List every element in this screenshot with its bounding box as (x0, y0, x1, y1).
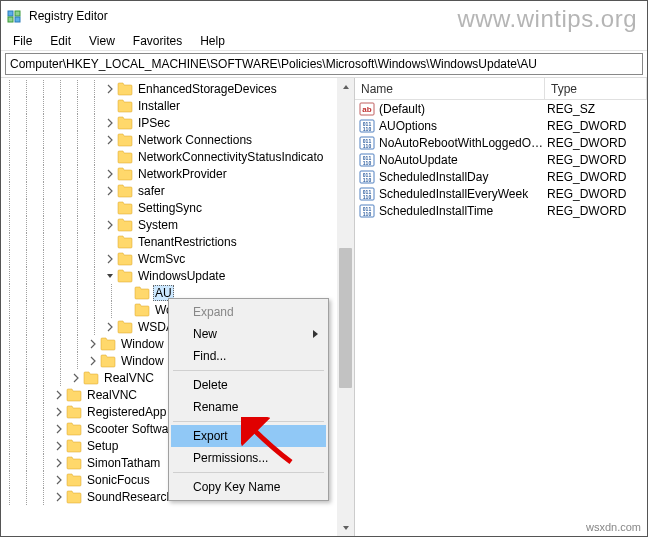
menu-view[interactable]: View (81, 32, 123, 50)
expand-icon[interactable] (103, 318, 117, 335)
tree-item[interactable]: EnhancedStorageDevices (1, 80, 354, 97)
folder-icon (100, 337, 116, 351)
column-header-type[interactable]: Type (545, 78, 647, 99)
context-menu-delete[interactable]: Delete (171, 374, 326, 396)
tree-item-label: NetworkProvider (136, 167, 229, 181)
tree-item-label: Network Connections (136, 133, 254, 147)
dword-value-icon (359, 186, 375, 202)
menu-favorites[interactable]: Favorites (125, 32, 190, 50)
expand-icon[interactable] (52, 437, 66, 454)
column-header-name[interactable]: Name (355, 78, 545, 99)
context-menu-rename[interactable]: Rename (171, 396, 326, 418)
expand-icon[interactable] (52, 420, 66, 437)
context-menu-find[interactable]: Find... (171, 345, 326, 367)
expand-icon[interactable] (103, 165, 117, 182)
tree-item[interactable]: IPSec (1, 114, 354, 131)
expand-icon[interactable] (52, 454, 66, 471)
folder-icon (66, 439, 82, 453)
list-header: Name Type (355, 78, 647, 100)
expand-icon[interactable] (103, 114, 117, 131)
expand-icon[interactable] (103, 80, 117, 97)
tree-item[interactable]: WindowsUpdate (1, 267, 354, 284)
svg-rect-1 (15, 11, 20, 16)
tree-item-label: Window (119, 354, 166, 368)
folder-icon (134, 303, 150, 317)
value-row[interactable]: NoAutoRebootWithLoggedOnU...REG_DWORD (355, 134, 647, 151)
value-row[interactable]: ScheduledInstallTimeREG_DWORD (355, 202, 647, 219)
expand-icon[interactable] (52, 403, 66, 420)
tree-item-label: Installer (136, 99, 182, 113)
tree-item[interactable]: WcmSvc (1, 250, 354, 267)
tree-item[interactable]: SettingSync (1, 199, 354, 216)
value-type: REG_DWORD (547, 119, 626, 133)
svg-rect-0 (8, 11, 13, 16)
tree-item-label: SonicFocus (85, 473, 152, 487)
value-name: AUOptions (379, 119, 547, 133)
expander-blank (103, 233, 117, 250)
scroll-down-button[interactable] (337, 519, 354, 536)
value-row[interactable]: ScheduledInstallEveryWeekREG_DWORD (355, 185, 647, 202)
context-menu-permissions[interactable]: Permissions... (171, 447, 326, 469)
tree-item-label: NetworkConnectivityStatusIndicato (136, 150, 325, 164)
value-name: ScheduledInstallDay (379, 170, 547, 184)
tree-item[interactable]: System (1, 216, 354, 233)
value-type: REG_DWORD (547, 204, 626, 218)
tree-item-label: Scooter Softwa (85, 422, 170, 436)
value-row[interactable]: (Default)REG_SZ (355, 100, 647, 117)
tree-item-label: System (136, 218, 180, 232)
expand-icon[interactable] (103, 250, 117, 267)
value-type: REG_DWORD (547, 136, 626, 150)
collapse-icon[interactable] (103, 267, 117, 284)
folder-icon (83, 371, 99, 385)
tree-scrollbar[interactable] (337, 78, 354, 536)
tree-item[interactable]: Installer (1, 97, 354, 114)
expand-icon[interactable] (52, 488, 66, 505)
window-title: Registry Editor (29, 9, 108, 23)
expand-icon[interactable] (86, 335, 100, 352)
tree-item[interactable]: NetworkProvider (1, 165, 354, 182)
menu-separator (173, 370, 324, 371)
tree-item-label: TenantRestrictions (136, 235, 239, 249)
value-type: REG_DWORD (547, 170, 626, 184)
value-row[interactable]: NoAutoUpdateREG_DWORD (355, 151, 647, 168)
address-text: Computer\HKEY_LOCAL_MACHINE\SOFTWARE\Pol… (10, 57, 537, 71)
expand-icon[interactable] (52, 471, 66, 488)
context-menu-copy-key-name[interactable]: Copy Key Name (171, 476, 326, 498)
value-row[interactable]: AUOptionsREG_DWORD (355, 117, 647, 134)
titlebar: Registry Editor (1, 1, 647, 31)
expand-icon[interactable] (103, 182, 117, 199)
tree-item-label: SimonTatham (85, 456, 162, 470)
value-row[interactable]: ScheduledInstallDayREG_DWORD (355, 168, 647, 185)
menu-edit[interactable]: Edit (42, 32, 79, 50)
scroll-thumb[interactable] (339, 248, 352, 388)
context-menu-new[interactable]: New (171, 323, 326, 345)
tree-item[interactable]: TenantRestrictions (1, 233, 354, 250)
svg-rect-3 (15, 17, 20, 22)
tree-item-label: WindowsUpdate (136, 269, 227, 283)
folder-icon (117, 150, 133, 164)
tree-item-label: RegisteredApp (85, 405, 168, 419)
expand-icon[interactable] (103, 131, 117, 148)
menu-help[interactable]: Help (192, 32, 233, 50)
folder-icon (66, 490, 82, 504)
expand-icon[interactable] (86, 352, 100, 369)
folder-icon (117, 184, 133, 198)
folder-icon (66, 405, 82, 419)
expand-icon[interactable] (52, 386, 66, 403)
expand-icon[interactable] (69, 369, 83, 386)
tree-item[interactable]: Network Connections (1, 131, 354, 148)
menubar: File Edit View Favorites Help (1, 31, 647, 51)
context-menu: ExpandNewFind...DeleteRenameExportPermis… (168, 298, 329, 501)
scroll-up-button[interactable] (337, 78, 354, 95)
tree-item[interactable]: NetworkConnectivityStatusIndicato (1, 148, 354, 165)
folder-icon (100, 354, 116, 368)
tree-item[interactable]: safer (1, 182, 354, 199)
dword-value-icon (359, 152, 375, 168)
context-menu-export[interactable]: Export (171, 425, 326, 447)
folder-icon (134, 286, 150, 300)
address-bar[interactable]: Computer\HKEY_LOCAL_MACHINE\SOFTWARE\Pol… (5, 53, 643, 75)
menu-file[interactable]: File (5, 32, 40, 50)
tree-item-label: EnhancedStorageDevices (136, 82, 279, 96)
expand-icon[interactable] (103, 216, 117, 233)
tree-item-label: IPSec (136, 116, 172, 130)
